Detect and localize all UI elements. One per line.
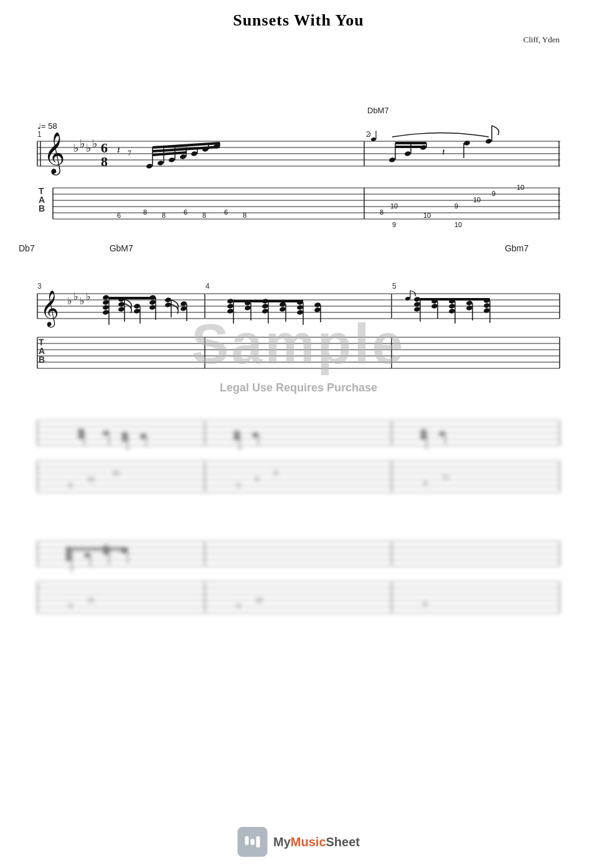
- svg-point-151: [413, 296, 420, 302]
- tempo-marking: ♩= 58: [37, 121, 57, 131]
- svg-point-21: [179, 154, 186, 159]
- svg-point-261: [65, 546, 72, 551]
- system-2: 3 4 5 𝄞 ♭ ♭ ♭ ♭: [19, 256, 578, 393]
- svg-point-23: [190, 151, 197, 156]
- svg-point-127: [227, 308, 233, 314]
- svg-text:10: 10: [473, 196, 481, 203]
- svg-point-166: [483, 302, 490, 308]
- svg-point-156: [405, 296, 410, 301]
- svg-point-128: [227, 303, 233, 309]
- svg-point-116: [149, 304, 156, 310]
- svg-point-106: [102, 299, 109, 305]
- svg-point-210: [139, 433, 146, 439]
- svg-point-158: [448, 308, 455, 314]
- svg-point-218: [420, 429, 426, 434]
- svg-point-124: [180, 301, 187, 306]
- svg-text:♭: ♭: [86, 142, 91, 154]
- svg-text:10: 10: [454, 221, 462, 228]
- svg-point-109: [118, 306, 125, 312]
- svg-point-138: [279, 306, 286, 312]
- svg-point-207: [121, 436, 128, 442]
- sheet-container: DbM7 𝄞 ♭ ♭ ♭ ♭ 6 8 1 ♩= 58 𝄽 7: [0, 45, 597, 637]
- svg-text:11: 11: [87, 596, 95, 604]
- svg-point-141: [296, 309, 303, 315]
- svg-point-212: [233, 435, 240, 441]
- system-3-blurred: 8 10 10 6 8 9 9 11: [19, 396, 578, 508]
- chord-gbm7-label: GbM7: [110, 243, 133, 253]
- svg-point-104: [102, 309, 109, 315]
- svg-point-205: [102, 430, 109, 436]
- svg-text:10: 10: [423, 212, 431, 219]
- measure-number-1: 1: [37, 130, 42, 139]
- svg-point-268: [121, 548, 128, 553]
- svg-text:7: 7: [128, 149, 131, 157]
- svg-point-117: [149, 299, 156, 305]
- svg-point-202: [77, 433, 84, 439]
- svg-point-259: [65, 556, 72, 561]
- svg-text:8: 8: [255, 475, 259, 483]
- svg-text:5: 5: [392, 282, 397, 291]
- svg-text:𝄽: 𝄽: [117, 147, 120, 154]
- svg-text:9: 9: [454, 202, 458, 210]
- svg-text:9: 9: [68, 602, 72, 610]
- svg-text:10: 10: [112, 469, 120, 477]
- svg-text:8: 8: [237, 602, 240, 610]
- svg-point-266: [102, 544, 109, 550]
- svg-text:11: 11: [442, 474, 449, 481]
- svg-text:10: 10: [87, 475, 95, 483]
- svg-text:8: 8: [243, 212, 247, 219]
- svg-text:B: B: [39, 203, 45, 213]
- svg-text:8: 8: [202, 212, 206, 219]
- chord-label-dbm7: DbM7: [367, 106, 389, 115]
- svg-point-19: [168, 157, 175, 162]
- svg-text:6: 6: [184, 208, 187, 216]
- svg-text:4: 4: [205, 282, 210, 291]
- svg-text:8: 8: [423, 600, 427, 608]
- treble-clef: 𝄞: [44, 132, 65, 175]
- svg-point-203: [77, 428, 84, 434]
- svg-point-263: [83, 552, 90, 558]
- chord-db7: Db7: [19, 243, 35, 253]
- svg-text:10: 10: [390, 202, 398, 210]
- svg-text:♭: ♭: [80, 138, 85, 150]
- svg-text:9: 9: [492, 190, 496, 197]
- svg-text:8: 8: [143, 208, 147, 216]
- svg-point-114: [133, 303, 140, 309]
- svg-text:♭: ♭: [80, 296, 85, 306]
- svg-point-146: [314, 302, 321, 307]
- page-title: Sunsets With You: [0, 0, 597, 30]
- svg-point-105: [102, 304, 109, 310]
- svg-point-145: [314, 307, 321, 312]
- svg-point-153: [431, 303, 438, 309]
- chord-gbm7-label2: Gbm7: [505, 243, 529, 253]
- blurred-content-2: 9 11 8 10 8: [19, 516, 578, 631]
- svg-text:♪: ♪: [369, 131, 372, 138]
- svg-point-142: [296, 304, 303, 310]
- svg-point-265: [102, 549, 109, 555]
- svg-text:♭: ♭: [73, 142, 78, 154]
- svg-point-220: [438, 431, 445, 436]
- svg-text:𝄽: 𝄽: [442, 149, 445, 156]
- svg-point-135: [261, 303, 268, 309]
- svg-text:3: 3: [37, 282, 42, 291]
- svg-text:8: 8: [380, 208, 383, 216]
- svg-point-163: [466, 300, 472, 306]
- chord-labels-row: Db7 GbM7 Gbm7: [19, 240, 578, 256]
- system-1: DbM7 𝄞 ♭ ♭ ♭ ♭ 6 8 1 ♩= 58 𝄽 7: [19, 51, 578, 238]
- svg-text:♭: ♭: [86, 291, 91, 302]
- svg-point-159: [448, 303, 455, 309]
- svg-point-213: [233, 430, 240, 436]
- svg-point-260: [65, 551, 72, 556]
- svg-text:9: 9: [423, 480, 427, 487]
- svg-text:♭: ♭: [67, 296, 72, 306]
- svg-point-215: [251, 432, 258, 437]
- svg-point-121: [164, 297, 171, 302]
- svg-point-17: [157, 160, 164, 166]
- blurred-content-1: 8 10 10 6 8 9 9 11: [19, 396, 578, 510]
- svg-point-38: [404, 151, 411, 156]
- svg-text:♭: ♭: [73, 291, 78, 302]
- system-4-blurred: 9 11 8 10 8: [19, 516, 578, 628]
- svg-text:8: 8: [101, 154, 108, 169]
- svg-text:9: 9: [392, 221, 396, 228]
- svg-text:6: 6: [224, 208, 228, 216]
